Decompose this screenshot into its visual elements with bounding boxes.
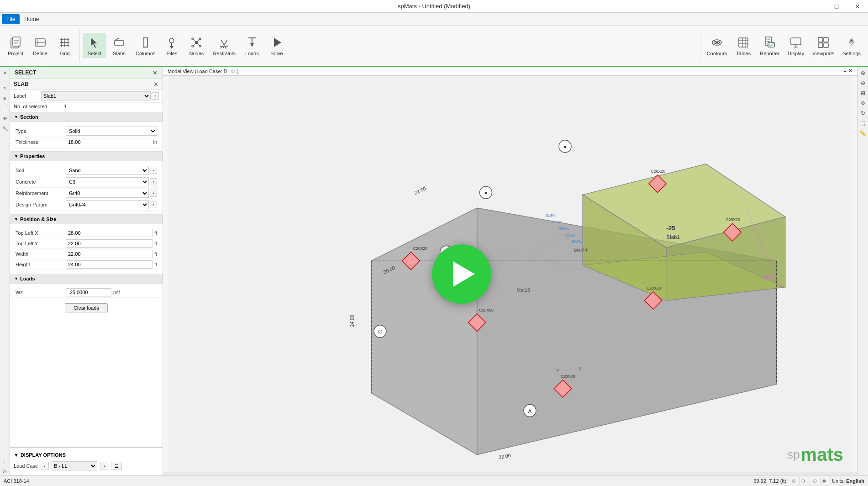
ribbon-loads[interactable]: Loads bbox=[240, 33, 264, 58]
label-select[interactable]: Slab1 bbox=[41, 91, 151, 100]
svg-text:C20X20: C20X20 bbox=[561, 374, 575, 379]
reinforcement-nav[interactable]: › bbox=[150, 190, 157, 197]
svg-point-43 bbox=[716, 42, 718, 43]
minimize-button[interactable]: — bbox=[805, 0, 826, 13]
clear-loads-button[interactable]: Clear loads bbox=[65, 303, 108, 312]
type-value: Solid bbox=[66, 127, 157, 136]
nav-icon[interactable]: ◎ bbox=[1, 467, 9, 475]
ribbon-nodes[interactable]: Nodes bbox=[184, 33, 208, 58]
play-button[interactable] bbox=[432, 244, 491, 304]
slab-close-btn[interactable]: ✕ bbox=[153, 81, 159, 87]
ribbon-right: Contours Tables Reporter Display Viewpor… bbox=[698, 30, 864, 62]
restraints-icon bbox=[217, 35, 231, 50]
concrete-nav[interactable]: › bbox=[150, 178, 157, 185]
units-toggle1[interactable]: ⊟ bbox=[811, 477, 819, 485]
toplefty-input[interactable] bbox=[66, 239, 153, 248]
wz-row: Wz psf bbox=[14, 287, 159, 298]
eye-icon[interactable]: 👁 bbox=[1, 114, 9, 122]
ribbon-grid[interactable]: Grid bbox=[53, 33, 77, 58]
soil-select[interactable]: Sand bbox=[66, 166, 149, 175]
ribbon-project[interactable]: Project bbox=[4, 33, 27, 58]
svg-line-35 bbox=[223, 47, 224, 48]
height-input[interactable] bbox=[66, 260, 153, 269]
topleftx-unit: ft bbox=[154, 230, 157, 236]
concrete-row: Concrete C3 › bbox=[14, 176, 159, 188]
design-param-select[interactable]: Gr40#4 bbox=[66, 200, 149, 209]
ribbon-piles[interactable]: Piles bbox=[160, 33, 184, 58]
units-toggle2[interactable]: ⊠ bbox=[820, 477, 828, 485]
list-icon[interactable]: ≡ bbox=[1, 94, 9, 102]
rt-fit[interactable]: ⊞ bbox=[858, 89, 868, 98]
thickness-row: Thickness in bbox=[14, 137, 159, 148]
topleftx-input[interactable] bbox=[66, 229, 153, 237]
ribbon-restraints[interactable]: Restraints bbox=[209, 33, 239, 58]
viewport-close[interactable]: ✕ bbox=[848, 68, 852, 74]
type-select[interactable]: Solid bbox=[66, 127, 157, 136]
svg-line-31 bbox=[194, 43, 195, 45]
window-controls: — □ ✕ bbox=[805, 0, 868, 13]
rt-zoom-in[interactable]: ⊕ bbox=[858, 69, 868, 78]
ribbon-slabs[interactable]: Slabs bbox=[107, 33, 131, 58]
down-arrow-icon[interactable]: ↓ bbox=[1, 457, 9, 465]
load-case-list[interactable]: ☰ bbox=[111, 462, 122, 470]
ribbon-solve[interactable]: Solve bbox=[265, 33, 289, 58]
tool-icon[interactable]: 🔧 bbox=[1, 124, 9, 132]
label-nav-btn[interactable]: › bbox=[152, 92, 159, 100]
load-case-select[interactable]: B - LL A - DL C - WL bbox=[52, 461, 97, 470]
close-panel-icon[interactable]: ✕ bbox=[1, 69, 9, 77]
contours-icon bbox=[710, 35, 724, 50]
height-row: Height ft bbox=[14, 259, 159, 270]
label-text: Label bbox=[14, 93, 41, 99]
load-case-next[interactable]: › bbox=[100, 462, 108, 470]
ribbon-columns[interactable]: Columns bbox=[132, 33, 159, 58]
load-case-row: Load Case ‹ B - LL A - DL C - WL › ☰ bbox=[14, 460, 159, 472]
display-options-arrow: ▼ bbox=[14, 452, 19, 458]
svg-point-27 bbox=[192, 45, 194, 47]
properties-header[interactable]: ▼ Properties bbox=[10, 151, 163, 161]
doc-icon[interactable]: 📄 bbox=[1, 104, 9, 112]
menu-home[interactable]: Home bbox=[20, 14, 43, 24]
units-label: Units: English bbox=[832, 478, 864, 484]
load-case-prev[interactable]: ‹ bbox=[41, 462, 49, 470]
ribbon-define[interactable]: Define bbox=[28, 33, 52, 58]
design-param-nav[interactable]: › bbox=[150, 201, 157, 208]
width-input[interactable] bbox=[66, 250, 153, 258]
ribbon-viewports[interactable]: Viewports bbox=[809, 33, 838, 58]
rt-select-rect[interactable]: ⬚ bbox=[858, 119, 868, 128]
svg-text:SlvRx: SlvRx bbox=[572, 239, 582, 244]
concrete-select[interactable]: C3 bbox=[66, 177, 149, 186]
thickness-input[interactable] bbox=[66, 138, 151, 146]
arrow-icon[interactable]: ↖ bbox=[1, 84, 9, 92]
rt-measure[interactable]: 📏 bbox=[858, 129, 868, 138]
soil-nav[interactable]: › bbox=[150, 167, 157, 174]
display-options-header[interactable]: ▼ DISPLAY OPTIONS bbox=[14, 450, 159, 460]
slabs-icon bbox=[112, 35, 126, 50]
rt-rotate[interactable]: ↻ bbox=[858, 109, 868, 118]
reinforcement-select[interactable]: Gr40 bbox=[66, 189, 149, 198]
topleftx-label: Top Left X bbox=[16, 230, 66, 236]
reporter-icon bbox=[763, 35, 777, 50]
viewport-collapse[interactable]: − bbox=[844, 68, 847, 74]
close-button[interactable]: ✕ bbox=[847, 0, 868, 13]
loads-header[interactable]: ▼ Loads bbox=[10, 274, 163, 284]
section-header[interactable]: ▼ Section bbox=[10, 112, 163, 122]
ribbon-display[interactable]: Display bbox=[784, 33, 808, 58]
ribbon-solve-label: Solve bbox=[270, 51, 283, 56]
svg-text:C20X20: C20X20 bbox=[479, 308, 494, 312]
ribbon-tables[interactable]: Tables bbox=[731, 33, 755, 58]
maximize-button[interactable]: □ bbox=[826, 0, 847, 13]
snap-toggle[interactable]: ⊡ bbox=[799, 477, 807, 485]
ribbon-select[interactable]: Select bbox=[83, 33, 106, 58]
sidebar-close[interactable]: ✕ bbox=[152, 69, 158, 76]
rt-pan[interactable]: ✥ bbox=[858, 99, 868, 108]
ribbon-settings[interactable]: Settings bbox=[839, 33, 864, 58]
grid-toggle[interactable]: ⊞ bbox=[790, 477, 798, 485]
wz-value: psf bbox=[66, 288, 157, 296]
rt-zoom-out[interactable]: ⊖ bbox=[858, 79, 868, 88]
svg-point-26 bbox=[199, 38, 201, 40]
ribbon-reporter[interactable]: Reporter bbox=[756, 33, 783, 58]
position-header[interactable]: ▼ Position & Size bbox=[10, 214, 163, 224]
menu-file[interactable]: File bbox=[2, 14, 20, 24]
ribbon-contours[interactable]: Contours bbox=[703, 33, 731, 58]
wz-input[interactable] bbox=[66, 288, 111, 296]
